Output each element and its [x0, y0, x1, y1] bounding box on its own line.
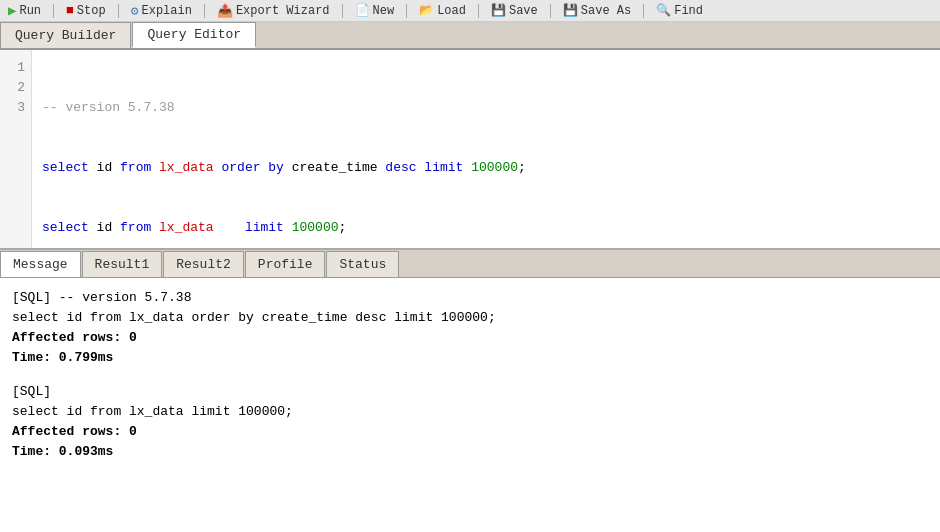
line-num-2: 2 — [6, 78, 25, 98]
msg1-line3: Affected rows: 0 — [12, 328, 928, 348]
stop-button[interactable]: ■ Stop — [62, 2, 110, 19]
toolbar: ▶ Run ■ Stop ⚙ Explain 📤 Export Wizard 📄… — [0, 0, 940, 22]
top-tab-bar: Query Builder Query Editor — [0, 22, 940, 50]
find-button[interactable]: 🔍 Find — [652, 2, 707, 19]
sep3 — [204, 4, 205, 18]
tab-query-builder[interactable]: Query Builder — [0, 22, 131, 48]
tab-status[interactable]: Status — [326, 251, 399, 277]
stop-icon: ■ — [66, 3, 74, 18]
bottom-tab-bar: Message Result1 Result2 Profile Status — [0, 250, 940, 278]
run-label: Run — [19, 4, 41, 18]
code-editor[interactable]: -- version 5.7.38 select id from lx_data… — [32, 50, 940, 248]
new-label: New — [373, 4, 395, 18]
line-num-1: 1 — [6, 58, 25, 78]
new-icon: 📄 — [355, 3, 370, 18]
explain-button[interactable]: ⚙ Explain — [127, 2, 196, 20]
saveas-button[interactable]: 💾 Save As — [559, 2, 635, 19]
msg2-line1: [SQL] — [12, 382, 928, 402]
msg1-line1: [SQL] -- version 5.7.38 — [12, 288, 928, 308]
tab-result2-label: Result2 — [176, 257, 231, 272]
save-label: Save — [509, 4, 538, 18]
bottom-panel: Message Result1 Result2 Profile Status [… — [0, 250, 940, 532]
tab-profile-label: Profile — [258, 257, 313, 272]
line-numbers: 1 2 3 — [0, 50, 32, 248]
load-button[interactable]: 📂 Load — [415, 2, 470, 19]
saveas-icon: 💾 — [563, 3, 578, 18]
load-label: Load — [437, 4, 466, 18]
export-button[interactable]: 📤 Export Wizard — [213, 2, 334, 20]
msg1-line4: Time: 0.799ms — [12, 348, 928, 368]
sep4 — [342, 4, 343, 18]
line-num-3: 3 — [6, 98, 25, 118]
export-label: Export Wizard — [236, 4, 330, 18]
sep8 — [643, 4, 644, 18]
run-icon: ▶ — [8, 2, 16, 19]
message-area: [SQL] -- version 5.7.38 select id from l… — [0, 278, 940, 532]
tab-message-label: Message — [13, 257, 68, 272]
sep5 — [406, 4, 407, 18]
msg2-line3: Affected rows: 0 — [12, 422, 928, 442]
new-button[interactable]: 📄 New — [351, 2, 399, 19]
code-line-3: select id from lx_data limit 100000; — [42, 218, 930, 238]
message-block-1: [SQL] -- version 5.7.38 select id from l… — [12, 288, 928, 368]
explain-label: Explain — [142, 4, 192, 18]
tab-result1-label: Result1 — [95, 257, 150, 272]
export-icon: 📤 — [217, 3, 233, 19]
tab-query-editor-label: Query Editor — [147, 27, 241, 42]
message-block-2: [SQL] select id from lx_data limit 10000… — [12, 382, 928, 462]
sep2 — [118, 4, 119, 18]
msg2-line2: select id from lx_data limit 100000; — [12, 402, 928, 422]
stop-label: Stop — [77, 4, 106, 18]
msg2-line4: Time: 0.093ms — [12, 442, 928, 462]
sep1 — [53, 4, 54, 18]
tab-message[interactable]: Message — [0, 251, 81, 277]
msg1-line2: select id from lx_data order by create_t… — [12, 308, 928, 328]
find-icon: 🔍 — [656, 3, 671, 18]
sep6 — [478, 4, 479, 18]
save-icon: 💾 — [491, 3, 506, 18]
code-line-2: select id from lx_data order by create_t… — [42, 158, 930, 178]
sep7 — [550, 4, 551, 18]
tab-query-builder-label: Query Builder — [15, 28, 116, 43]
tab-result2[interactable]: Result2 — [163, 251, 244, 277]
explain-icon: ⚙ — [131, 3, 139, 19]
saveas-label: Save As — [581, 4, 631, 18]
tab-profile[interactable]: Profile — [245, 251, 326, 277]
tab-query-editor[interactable]: Query Editor — [132, 22, 256, 48]
editor-area: 1 2 3 -- version 5.7.38 select id from l… — [0, 50, 940, 250]
run-button[interactable]: ▶ Run — [4, 1, 45, 20]
code-line-1: -- version 5.7.38 — [42, 98, 930, 118]
find-label: Find — [674, 4, 703, 18]
load-icon: 📂 — [419, 3, 434, 18]
save-button[interactable]: 💾 Save — [487, 2, 542, 19]
tab-result1[interactable]: Result1 — [82, 251, 163, 277]
tab-status-label: Status — [339, 257, 386, 272]
